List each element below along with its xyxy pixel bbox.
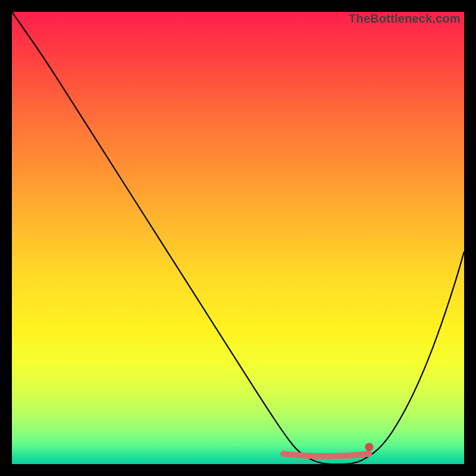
chart-frame: TheBottleneck.com bbox=[0, 0, 476, 476]
bottleneck-curve bbox=[12, 12, 464, 464]
curve-path bbox=[12, 12, 464, 464]
svg-point-0 bbox=[365, 443, 373, 451]
plot-area: TheBottleneck.com bbox=[12, 12, 464, 464]
